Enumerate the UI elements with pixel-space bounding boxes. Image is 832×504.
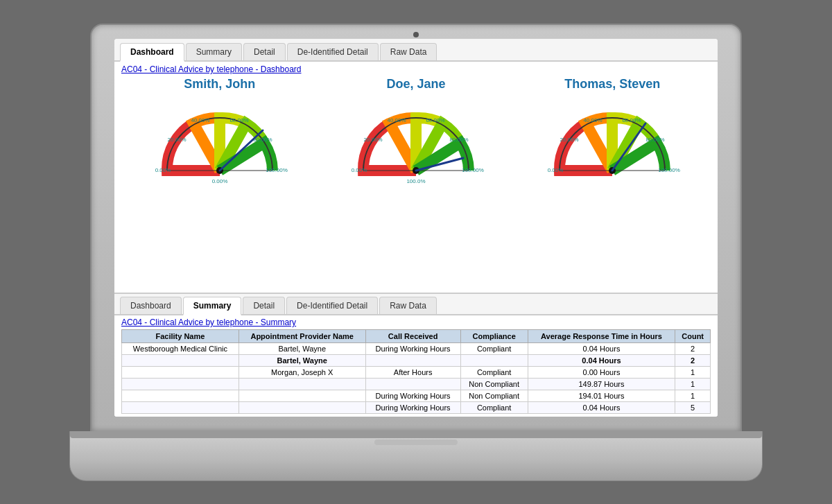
- table-cell: During Working Hours: [365, 402, 460, 414]
- svg-text:60.00%: 60.00%: [426, 117, 444, 123]
- table-cell: During Working Hours: [365, 390, 460, 402]
- svg-text:40.00%: 40.00%: [191, 117, 209, 123]
- table-cell: 1: [675, 367, 711, 379]
- svg-text:20.00%: 20.00%: [363, 137, 382, 143]
- table-cell: [365, 379, 460, 390]
- tab-rawdata-top[interactable]: Raw Data: [380, 43, 437, 60]
- table-cell: [239, 379, 365, 390]
- bottom-tabs-bar: Dashboard Summary Detail De-Identified D…: [114, 294, 718, 315]
- table-cell: [239, 390, 365, 402]
- svg-text:100.0%: 100.0%: [406, 178, 425, 184]
- gauges-section: Smith, John: [114, 77, 718, 293]
- table-cell: 5: [675, 402, 711, 414]
- table-cell: [239, 402, 365, 414]
- svg-text:0.00%: 0.00%: [211, 178, 227, 184]
- laptop-hinge: [70, 431, 762, 438]
- col-provider: Appointment Provider Name: [239, 330, 365, 343]
- table-cell: Westborough Medical Clinic: [122, 343, 239, 355]
- table-cell: Compliant: [460, 367, 528, 379]
- screen-content: Dashboard Summary Detail De-Identified D…: [114, 39, 718, 417]
- col-call: Call Received: [365, 330, 460, 343]
- svg-text:80.00%: 80.00%: [646, 137, 665, 143]
- table-row: Bartel, Wayne0.04 Hours2: [122, 355, 711, 367]
- table-cell: Compliant: [460, 402, 528, 414]
- table-cell: Morgan, Joseph X: [239, 367, 365, 379]
- tab-detail-bottom[interactable]: Detail: [243, 297, 285, 314]
- table-cell: 1: [675, 379, 711, 390]
- table-cell: 1: [675, 390, 711, 402]
- tab-dashboard-top[interactable]: Dashboard: [120, 43, 184, 62]
- gauge-smith-name: Smith, John: [184, 77, 255, 92]
- bottom-section: Dashboard Summary Detail De-Identified D…: [114, 293, 718, 417]
- gauge-doe-svg: 0.00% 20.00% 40.00% 60.00% 80.00% 100.00…: [347, 94, 485, 191]
- table-row: Non Compliant149.87 Hours1: [122, 379, 711, 390]
- tab-deidentified-bottom[interactable]: De-Identified Detail: [286, 297, 378, 314]
- table-cell: 149.87 Hours: [528, 379, 675, 390]
- table-cell: 194.01 Hours: [528, 390, 675, 402]
- table-cell: [122, 390, 239, 402]
- svg-text:40.00%: 40.00%: [584, 117, 603, 123]
- svg-text:20.00%: 20.00%: [560, 137, 579, 143]
- summary-title[interactable]: AC04 - Clinical Advice by telephone - Su…: [114, 315, 718, 329]
- table-cell: [122, 367, 239, 379]
- gauge-thomas-svg: 0.00% 20.00% 40.00% 60.00% 80.00% 100.00…: [543, 94, 682, 191]
- svg-text:60.00%: 60.00%: [623, 117, 641, 123]
- table-cell: 0.04 Hours: [528, 355, 675, 367]
- tab-dashboard-bottom[interactable]: Dashboard: [120, 297, 182, 314]
- svg-text:100.00%: 100.00%: [462, 167, 484, 173]
- svg-text:0.00%: 0.00%: [548, 167, 564, 173]
- svg-text:20.00%: 20.00%: [167, 137, 186, 143]
- col-avgtime: Average Response Time in Hours: [528, 330, 675, 343]
- tab-summary-bottom[interactable]: Summary: [183, 297, 242, 315]
- table-cell: 0.00 Hours: [528, 367, 675, 379]
- table-cell: 0.04 Hours: [528, 343, 675, 355]
- tab-deidentified-top[interactable]: De-Identified Detail: [287, 43, 379, 60]
- svg-text:0.00%: 0.00%: [155, 167, 171, 173]
- gauge-thomas-wrap: 0.00% 20.00% 40.00% 60.00% 80.00% 100.00…: [543, 94, 682, 191]
- table-cell: [365, 355, 460, 367]
- gauge-doe: Doe, Jane 0.00% 20.00: [329, 77, 503, 191]
- gauge-smith-svg: 0.00% 0.00% 20.00% 40.00% 60.00% 80.00% …: [150, 94, 289, 191]
- laptop: Dashboard Summary Detail De-Identified D…: [90, 24, 742, 481]
- summary-table: Facility Name Appointment Provider Name …: [121, 329, 711, 414]
- table-cell: 0.04 Hours: [528, 402, 675, 414]
- gauge-smith-wrap: 0.00% 0.00% 20.00% 40.00% 60.00% 80.00% …: [150, 94, 289, 191]
- table-cell: Bartel, Wayne: [239, 355, 365, 367]
- table-cell: [460, 355, 528, 367]
- col-compliance: Compliance: [460, 330, 528, 343]
- table-cell: During Working Hours: [365, 343, 460, 355]
- table-row: During Working HoursCompliant0.04 Hours5: [122, 402, 711, 414]
- tab-rawdata-bottom[interactable]: Raw Data: [379, 297, 437, 314]
- table-cell: 2: [675, 355, 711, 367]
- svg-text:100.00%: 100.00%: [266, 167, 288, 173]
- summary-table-wrap: Facility Name Appointment Provider Name …: [114, 329, 718, 417]
- svg-text:60.00%: 60.00%: [229, 117, 248, 123]
- table-cell: Bartel, Wayne: [239, 343, 365, 355]
- table-cell: [122, 379, 239, 390]
- table-row: Morgan, Joseph XAfter HoursCompliant0.00…: [122, 367, 711, 379]
- gauge-thomas-name: Thomas, Steven: [564, 77, 660, 92]
- laptop-base: [69, 431, 763, 481]
- table-cell: 2: [675, 343, 711, 355]
- table-cell: Non Compliant: [460, 379, 528, 390]
- col-count: Count: [675, 330, 711, 343]
- gauge-doe-name: Doe, Jane: [386, 77, 445, 92]
- gauge-smith: Smith, John: [133, 77, 306, 191]
- tab-detail-top[interactable]: Detail: [243, 43, 286, 60]
- table-row: Westborough Medical ClinicBartel, WayneD…: [122, 343, 711, 355]
- svg-text:40.00%: 40.00%: [387, 117, 406, 123]
- table-cell: Compliant: [460, 343, 528, 355]
- col-facility: Facility Name: [122, 330, 239, 343]
- table-row: During Working HoursNon Compliant194.01 …: [122, 390, 711, 402]
- svg-text:80.00%: 80.00%: [449, 137, 468, 143]
- tab-summary-top[interactable]: Summary: [186, 43, 242, 60]
- table-cell: [122, 355, 239, 367]
- table-cell: After Hours: [365, 367, 460, 379]
- svg-text:0.00%: 0.00%: [352, 167, 367, 173]
- table-cell: [122, 402, 239, 414]
- table-cell: Non Compliant: [460, 390, 528, 402]
- top-tabs-bar: Dashboard Summary Detail De-Identified D…: [114, 39, 718, 62]
- laptop-screen: Dashboard Summary Detail De-Identified D…: [114, 39, 718, 417]
- dashboard-title[interactable]: AC04 - Clinical Advice by telephone - Da…: [114, 62, 718, 77]
- screen-bezel: Dashboard Summary Detail De-Identified D…: [90, 24, 742, 433]
